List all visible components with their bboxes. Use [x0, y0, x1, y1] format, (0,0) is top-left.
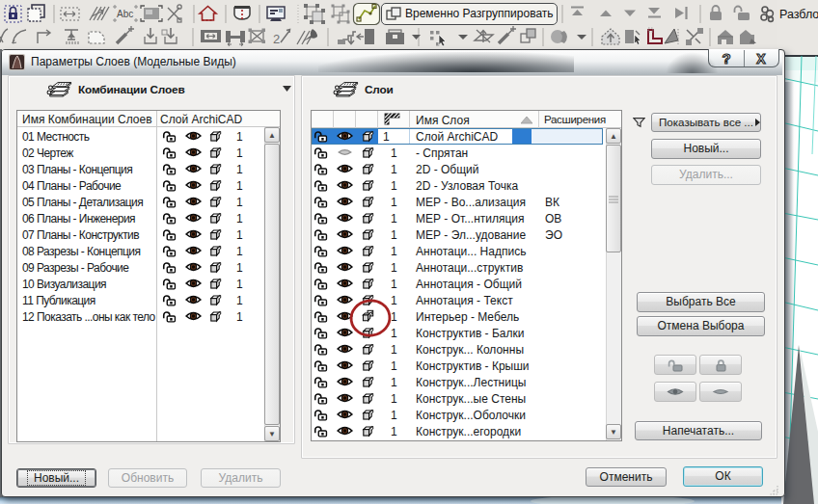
svg-text:2: 2: [273, 32, 280, 46]
svg-text:?: ?: [722, 50, 730, 66]
svg-text:X: X: [756, 51, 766, 66]
